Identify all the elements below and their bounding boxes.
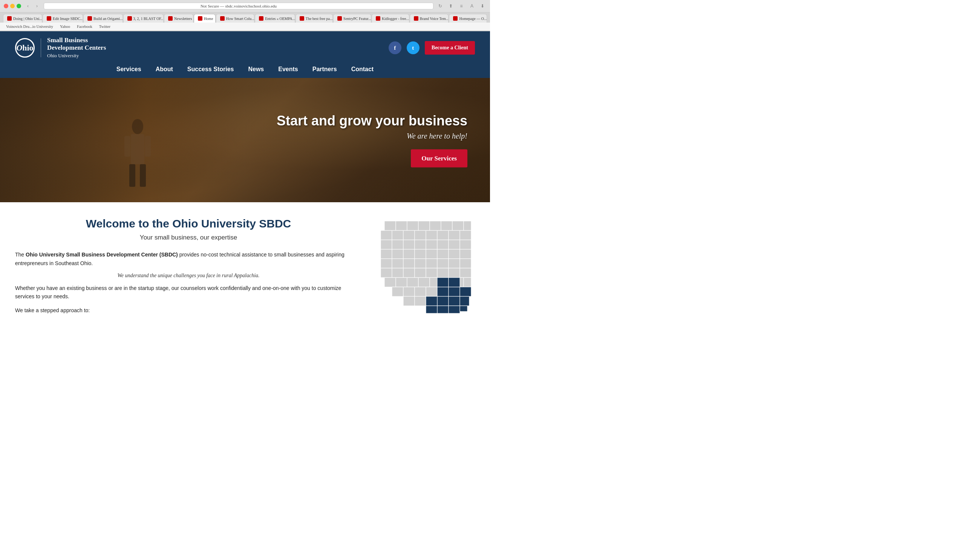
share-button[interactable]: ⬆ <box>447 2 455 10</box>
tab-entries[interactable]: Entries « OEMPA... <box>255 14 295 23</box>
download-button[interactable]: ⬇ <box>479 2 486 10</box>
browser-chrome: ‹ › Not Secure — sbdc.voinovichschool.oh… <box>0 0 490 31</box>
back-button[interactable]: ‹ <box>24 2 32 10</box>
tab-home[interactable]: Home <box>194 14 216 23</box>
svg-rect-45 <box>460 259 471 268</box>
svg-rect-12 <box>452 221 463 230</box>
nav-about[interactable]: About <box>154 64 174 74</box>
close-button[interactable] <box>4 4 8 8</box>
svg-rect-33 <box>415 249 426 259</box>
svg-rect-82 <box>437 297 448 306</box>
tab-favicon <box>127 16 132 21</box>
tab-doing[interactable]: Doing | Ohio Uni... <box>3 14 42 23</box>
become-client-button[interactable]: Become a Client <box>425 41 475 55</box>
svg-rect-61 <box>463 278 471 287</box>
svg-rect-10 <box>430 221 441 230</box>
minimize-button[interactable] <box>10 4 15 8</box>
tab-edit-image[interactable]: Edit Image SBDC... <box>43 14 83 23</box>
nav-services[interactable]: Services <box>115 64 143 74</box>
svg-rect-38 <box>381 259 392 268</box>
tab-favicon <box>299 16 304 21</box>
tab-origami[interactable]: Build an Origami... <box>83 14 123 23</box>
intro-paragraph: The Ohio University Small Business Devel… <box>15 250 362 267</box>
svg-rect-7 <box>396 221 407 230</box>
svg-rect-15 <box>392 230 403 240</box>
svg-rect-28 <box>448 240 460 249</box>
svg-rect-24 <box>403 240 415 249</box>
address-bar[interactable]: Not Secure — sbdc.voinovichschool.ohio.e… <box>44 3 433 9</box>
nav-success-stories[interactable]: Success Stories <box>186 64 236 74</box>
svg-rect-14 <box>381 230 392 240</box>
header-right: f t Become a Client <box>389 41 475 55</box>
svg-point-0 <box>132 119 143 134</box>
nav-contact[interactable]: Contact <box>350 64 375 74</box>
svg-rect-36 <box>448 249 460 259</box>
tab-brand-voice[interactable]: Brand Voice Tem... <box>410 14 449 23</box>
nav-events[interactable]: Events <box>277 64 299 74</box>
twitter-icon[interactable]: t <box>407 42 420 54</box>
maximize-button[interactable] <box>17 4 21 8</box>
tab-favicon <box>47 16 51 21</box>
hero-content: Start and grow your business We are here… <box>277 113 467 168</box>
svg-rect-89 <box>448 278 460 287</box>
tab-how-smart[interactable]: How Smart Colu... <box>216 14 255 23</box>
tab-favicon <box>7 16 12 21</box>
svg-rect-90 <box>426 297 437 306</box>
reload-button[interactable]: ↻ <box>436 2 444 10</box>
nav-news[interactable]: News <box>246 64 265 74</box>
logo-line3: Ohio University <box>47 52 106 60</box>
svg-rect-25 <box>415 240 426 249</box>
tab-best-free[interactable]: The best free pa... <box>296 14 333 23</box>
svg-rect-42 <box>426 259 437 268</box>
svg-rect-13 <box>463 221 471 230</box>
svg-rect-53 <box>460 268 471 278</box>
logo-line2: Development Centers <box>47 44 106 52</box>
svg-rect-8 <box>407 221 418 230</box>
window-buttons <box>4 4 21 8</box>
svg-rect-80 <box>448 287 460 297</box>
svg-rect-31 <box>392 249 403 259</box>
svg-rect-32 <box>403 249 415 259</box>
tab-favicon <box>259 16 263 21</box>
tab-kidlogger[interactable]: Kidlogger - free... <box>372 14 409 23</box>
svg-rect-1 <box>131 134 144 164</box>
svg-rect-2 <box>129 164 135 187</box>
svg-rect-57 <box>418 278 430 287</box>
welcome-subtitle: Your small business, our expertise <box>15 234 362 242</box>
logo-divider <box>41 38 41 57</box>
bookmark-yahoo[interactable]: Yahoo <box>57 24 73 29</box>
svg-rect-9 <box>418 221 430 230</box>
svg-rect-46 <box>381 268 392 278</box>
svg-rect-64 <box>415 287 426 297</box>
bookmark-facebook[interactable]: Facebook <box>74 24 95 29</box>
svg-rect-84 <box>460 297 469 306</box>
our-services-button[interactable]: Our Services <box>411 150 467 168</box>
svg-rect-86 <box>448 306 460 313</box>
font-button[interactable]: A <box>468 2 476 10</box>
tab-newsletters[interactable]: Newsletters <box>164 14 193 23</box>
svg-rect-85 <box>437 306 448 313</box>
italic-paragraph: We understand the unique challenges you … <box>15 273 362 279</box>
nav-partners[interactable]: Partners <box>311 64 338 74</box>
forward-button[interactable]: › <box>33 2 41 10</box>
svg-rect-88 <box>437 278 448 287</box>
svg-rect-54 <box>385 278 396 287</box>
facebook-icon[interactable]: f <box>389 42 401 54</box>
website: Ohio Small Business Development Centers … <box>0 31 490 335</box>
bookmark-voinovich[interactable]: Voinovich Dru...io University <box>3 24 56 29</box>
tab-sentry[interactable]: SentryPC Featur... <box>333 14 371 23</box>
stepped-intro: We take a stepped approach to: <box>15 306 362 315</box>
svg-rect-69 <box>403 297 415 306</box>
svg-rect-65 <box>426 287 437 297</box>
tab-homepage[interactable]: Homepage — O... <box>449 14 487 23</box>
tab-favicon <box>337 16 342 21</box>
reader-button[interactable]: ≡ <box>458 2 465 10</box>
tab-blast[interactable]: 3, 2, 1 BLAST OF... <box>123 14 164 23</box>
browser-actions: ↻ ⬆ ≡ A ⬇ <box>436 2 486 10</box>
svg-rect-26 <box>426 240 437 249</box>
bookmark-twitter[interactable]: Twitter <box>96 24 114 29</box>
svg-rect-81 <box>460 287 471 297</box>
content-left: Welcome to the Ohio University SBDC Your… <box>15 217 362 324</box>
svg-rect-70 <box>415 297 426 306</box>
svg-rect-29 <box>460 240 471 249</box>
